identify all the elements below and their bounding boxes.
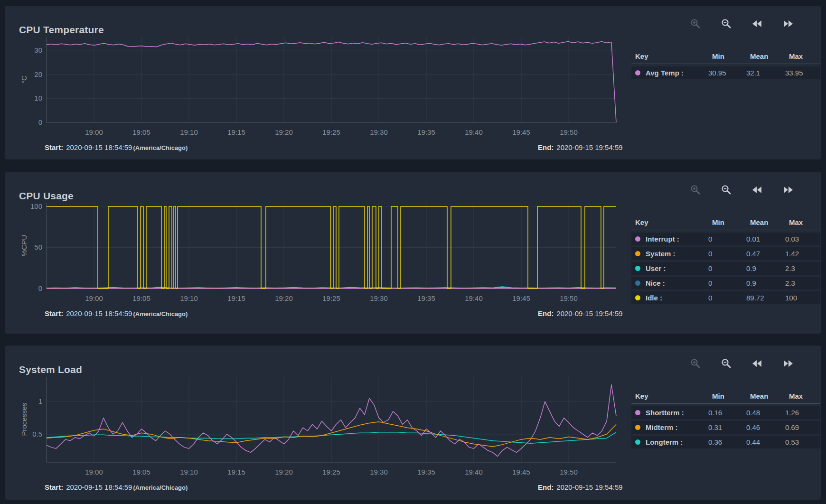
legend-header-key: Key bbox=[635, 218, 712, 226]
zoom-in-button[interactable] bbox=[688, 358, 703, 370]
svg-text:19:25: 19:25 bbox=[322, 294, 340, 302]
legend-header-key: Key bbox=[635, 392, 712, 400]
legend-header-max: Max bbox=[789, 52, 824, 60]
series-label: Interrupt : bbox=[646, 235, 679, 243]
fast-forward-button[interactable] bbox=[781, 184, 795, 196]
svg-text:19:05: 19:05 bbox=[132, 468, 150, 476]
zoom-out-icon bbox=[721, 184, 732, 197]
end-label: End: bbox=[538, 143, 554, 151]
series-color-dot bbox=[635, 236, 640, 242]
series-label: Avg Temp : bbox=[646, 69, 684, 77]
zoom-in-button[interactable] bbox=[688, 18, 703, 30]
fast-forward-button[interactable] bbox=[781, 18, 795, 30]
svg-text:19:10: 19:10 bbox=[180, 468, 198, 476]
svg-text:19:15: 19:15 bbox=[227, 294, 245, 302]
end-value: 2020-09-15 19:54:59 bbox=[556, 483, 622, 491]
svg-text:19:45: 19:45 bbox=[512, 128, 530, 136]
legend-row: User : 0 0.9 2.3 bbox=[631, 262, 820, 275]
legend-key-cell: System : bbox=[635, 250, 708, 258]
svg-text:19:40: 19:40 bbox=[465, 468, 483, 476]
svg-text:19:00: 19:00 bbox=[85, 128, 103, 136]
series-color-dot bbox=[635, 266, 640, 271]
zoom-in-icon bbox=[690, 18, 701, 31]
series-mean: 0.9 bbox=[746, 279, 785, 287]
zoom-out-button[interactable] bbox=[719, 184, 733, 196]
rewind-button[interactable] bbox=[750, 184, 764, 196]
legend-table: Key Min Mean Max Interrupt : 0 0.01 0.03… bbox=[631, 218, 820, 306]
cpu-temperature-chart[interactable]: 19:0019:0519:1019:1519:2019:2519:3019:35… bbox=[23, 33, 621, 137]
svg-text:19:10: 19:10 bbox=[180, 294, 198, 302]
rewind-button[interactable] bbox=[750, 358, 764, 370]
legend-row: Nice : 0 0.9 2.3 bbox=[631, 277, 820, 289]
series-max: 0.03 bbox=[785, 235, 820, 243]
svg-text:19:35: 19:35 bbox=[417, 468, 435, 476]
legend-key-cell: Avg Temp : bbox=[635, 69, 708, 77]
end-time: End:2020-09-15 19:54:59 bbox=[538, 143, 623, 151]
end-label: End: bbox=[538, 309, 554, 317]
legend-header-min: Min bbox=[712, 392, 750, 400]
legend-header: Key Min Mean Max bbox=[631, 52, 820, 64]
zoom-out-icon bbox=[721, 358, 732, 371]
svg-text:19:30: 19:30 bbox=[370, 128, 388, 136]
rewind-button[interactable] bbox=[750, 18, 764, 30]
legend-header-min: Min bbox=[712, 52, 750, 60]
svg-text:19:50: 19:50 bbox=[560, 294, 578, 302]
svg-text:0.5: 0.5 bbox=[32, 430, 42, 438]
series-label: Longterm : bbox=[646, 438, 683, 446]
series-min: 0 bbox=[708, 264, 746, 272]
zoom-out-button[interactable] bbox=[719, 18, 733, 30]
legend-header-mean: Mean bbox=[750, 218, 789, 226]
series-min: 0.36 bbox=[708, 438, 746, 446]
series-min: 0 bbox=[708, 279, 746, 287]
toolbar bbox=[688, 358, 812, 370]
series-max: 1.42 bbox=[785, 250, 820, 258]
fast-forward-icon bbox=[782, 19, 794, 29]
svg-text:20: 20 bbox=[34, 70, 42, 78]
svg-text:19:05: 19:05 bbox=[132, 128, 150, 136]
start-value: 2020-09-15 18:54:59 bbox=[66, 483, 132, 491]
zoom-out-button[interactable] bbox=[719, 358, 733, 370]
svg-text:19:15: 19:15 bbox=[227, 468, 245, 476]
fast-forward-icon bbox=[782, 359, 794, 369]
series-color-dot bbox=[635, 439, 640, 445]
series-mean: 0.44 bbox=[746, 438, 785, 446]
legend-row: Midterm : 0.31 0.46 0.69 bbox=[631, 421, 820, 434]
svg-text:19:45: 19:45 bbox=[512, 468, 530, 476]
svg-text:19:25: 19:25 bbox=[322, 128, 340, 136]
series-color-dot bbox=[635, 280, 640, 286]
series-max: 0.53 bbox=[785, 438, 820, 446]
zoom-in-button[interactable] bbox=[688, 184, 703, 196]
series-label: Nice : bbox=[646, 279, 665, 287]
zoom-out-icon bbox=[721, 18, 732, 31]
fast-forward-button[interactable] bbox=[781, 358, 795, 370]
legend-row: Avg Temp : 30.95 32.1 33.95 bbox=[631, 66, 820, 79]
svg-text:19:50: 19:50 bbox=[560, 468, 578, 476]
system-load-chart[interactable]: 19:0019:0519:1019:1519:2019:2519:3019:35… bbox=[23, 373, 621, 476]
series-min: 30.95 bbox=[708, 69, 746, 77]
svg-text:19:10: 19:10 bbox=[180, 128, 198, 136]
svg-text:19:05: 19:05 bbox=[132, 294, 150, 302]
start-timezone: (America/Chicago) bbox=[133, 144, 188, 151]
end-value: 2020-09-15 19:54:59 bbox=[556, 309, 622, 317]
legend-key-cell: Shortterm : bbox=[635, 409, 708, 417]
series-mean: 32.1 bbox=[746, 69, 785, 77]
legend-header-mean: Mean bbox=[750, 52, 789, 60]
legend-row: System : 0 0.47 1.42 bbox=[631, 247, 820, 260]
svg-text:19:35: 19:35 bbox=[417, 128, 435, 136]
cpu-usage-chart[interactable]: 19:0019:0519:1019:1519:2019:2519:3019:35… bbox=[23, 199, 621, 303]
series-max: 0.69 bbox=[785, 423, 820, 431]
svg-text:0: 0 bbox=[38, 118, 42, 126]
legend-header-max: Max bbox=[789, 218, 824, 226]
series-max: 100 bbox=[785, 294, 820, 302]
series-label: System : bbox=[646, 250, 676, 258]
svg-text:19:20: 19:20 bbox=[275, 128, 293, 136]
svg-text:50: 50 bbox=[34, 243, 42, 251]
svg-text:19:40: 19:40 bbox=[465, 294, 483, 302]
start-value: 2020-09-15 18:54:59 bbox=[66, 309, 132, 317]
svg-text:10: 10 bbox=[34, 94, 42, 102]
legend-table: Key Min Mean Max Avg Temp : 30.95 32.1 3… bbox=[631, 52, 820, 81]
series-color-dot bbox=[635, 425, 640, 430]
toolbar bbox=[688, 184, 812, 196]
svg-text:19:30: 19:30 bbox=[370, 468, 388, 476]
zoom-in-icon bbox=[690, 358, 701, 371]
